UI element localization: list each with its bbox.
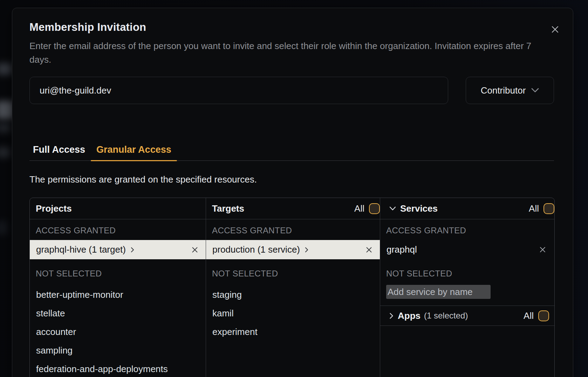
access-granted-label: ACCESS GRANTED (386, 227, 554, 234)
projects-header-cell: Projects (30, 198, 206, 219)
background-blur-artifact (0, 147, 11, 158)
remove-service-button[interactable] (539, 246, 546, 253)
targets-all-checkbox[interactable] (369, 203, 380, 214)
apps-all-label: All (524, 310, 534, 321)
role-select-value: Contributor (481, 85, 526, 96)
services-all-checkbox[interactable] (543, 203, 554, 214)
targets-header: Targets (212, 203, 244, 214)
list-item[interactable]: staging (206, 286, 380, 304)
services-column: ACCESS GRANTED graphql NOT SELECTED (380, 219, 554, 377)
screen: Membership Invitation Enter the email ad… (0, 0, 588, 377)
selected-service-name: graphql (387, 244, 417, 255)
remove-icon (192, 247, 198, 253)
invite-form-row: Contributor (29, 77, 554, 104)
dialog-title: Membership Invitation (29, 21, 554, 34)
remove-icon (366, 247, 372, 253)
targets-list: staging kamil experiment (206, 286, 380, 341)
access-granted-label: ACCESS GRANTED (212, 227, 380, 234)
services-header: Services (400, 203, 438, 214)
apps-section-row[interactable]: Apps (1 selected) All (380, 306, 554, 326)
list-item[interactable]: federation-and-app-deployments (30, 360, 206, 377)
dialog-description: Enter the email address of the person yo… (29, 39, 554, 67)
chevron-right-icon (389, 313, 394, 319)
add-service-input[interactable] (386, 285, 491, 299)
resources-panel: Projects Targets All Services All (29, 198, 555, 377)
list-item[interactable]: stellate (30, 304, 206, 323)
remove-icon (539, 246, 546, 253)
services-header-cell[interactable]: Services All (380, 198, 554, 219)
list-item[interactable]: experiment (206, 323, 380, 341)
apps-selected-count: (1 selected) (424, 311, 468, 321)
background-blur-artifact (0, 221, 8, 235)
access-tabs: Full Access Granular Access (29, 144, 554, 161)
selected-target-row[interactable]: production (1 service) (206, 240, 380, 259)
resources-panel-header: Projects Targets All Services All (30, 198, 554, 219)
apps-header: Apps (398, 310, 421, 321)
list-item[interactable]: kamil (206, 304, 380, 323)
resources-panel-body: ACCESS GRANTED graphql-hive (1 target) N… (30, 219, 554, 377)
chevron-right-icon (131, 247, 134, 253)
selected-service-row: graphql (380, 240, 554, 259)
list-item[interactable]: sampling (30, 341, 206, 360)
chevron-right-icon (305, 247, 308, 253)
background-blur-artifact (0, 123, 11, 132)
chevron-down-icon (531, 88, 539, 93)
tab-granular-access[interactable]: Granular Access (91, 144, 177, 160)
selected-project-name: graphql-hive (1 target) (36, 244, 126, 255)
services-all-label: All (529, 203, 539, 214)
list-item[interactable]: accounter (30, 323, 206, 341)
remove-target-button[interactable] (366, 247, 372, 253)
remove-project-button[interactable] (192, 247, 198, 253)
background-blur-artifact (0, 63, 13, 75)
not-selected-label: NOT SELECTED (36, 270, 206, 277)
close-button[interactable] (550, 25, 560, 34)
chevron-down-icon (389, 206, 396, 211)
projects-list: better-uptime-monitor stellate accounter… (30, 286, 206, 377)
role-select[interactable]: Contributor (466, 77, 554, 104)
not-selected-label: NOT SELECTED (386, 270, 554, 277)
tab-full-access[interactable]: Full Access (29, 144, 89, 160)
membership-invitation-dialog: Membership Invitation Enter the email ad… (12, 8, 573, 377)
projects-column: ACCESS GRANTED graphql-hive (1 target) N… (30, 219, 206, 377)
selected-project-row[interactable]: graphql-hive (1 target) (30, 240, 206, 259)
selected-target-name: production (1 service) (212, 244, 300, 255)
projects-header: Projects (36, 203, 72, 214)
close-icon (551, 26, 559, 33)
access-granted-label: ACCESS GRANTED (36, 227, 206, 234)
targets-all-label: All (354, 203, 364, 214)
not-selected-label: NOT SELECTED (212, 270, 380, 277)
targets-header-cell: Targets All (206, 198, 380, 219)
email-field[interactable] (29, 77, 448, 104)
list-item[interactable]: better-uptime-monitor (30, 286, 206, 304)
targets-column: ACCESS GRANTED production (1 service) NO… (206, 219, 380, 377)
permissions-note: The permissions are granted on the speci… (29, 174, 554, 185)
apps-all-checkbox[interactable] (538, 310, 549, 321)
